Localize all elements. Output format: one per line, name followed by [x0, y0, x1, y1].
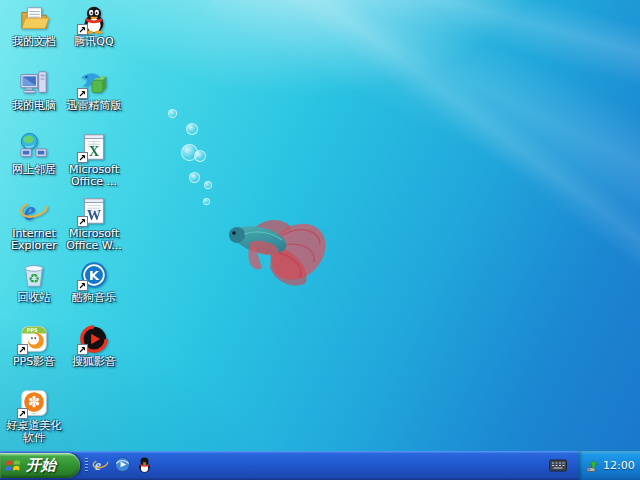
shortcut-arrow-icon [77, 24, 88, 35]
shortcut-arrow-icon [77, 88, 88, 99]
desktop-icon-label: Microsoft Office W... [63, 228, 125, 252]
shortcut-arrow-icon [17, 408, 28, 419]
desktop-icon-label: Microsoft Office ... [63, 164, 125, 188]
start-button[interactable]: 开始 [0, 453, 80, 478]
desktop-icon-my-documents[interactable]: 我的文档 [3, 4, 65, 68]
shortcut-arrow-icon [77, 344, 88, 355]
shortcut-arrow-icon [17, 344, 28, 355]
my-computer-icon [19, 68, 49, 98]
bubble [203, 198, 210, 205]
internet-explorer-icon: e [19, 196, 49, 226]
word-icon: W [79, 196, 109, 226]
desktop-icon-sohu-video[interactable]: 搜狐影音 [63, 324, 125, 388]
svg-text:W: W [87, 207, 101, 223]
svg-text:PPS: PPS [27, 327, 39, 333]
qq-icon [79, 4, 109, 34]
desktop-icon-label: Internet Explorer [3, 228, 65, 252]
svg-text:e: e [24, 197, 36, 226]
safely-remove-hardware-icon[interactable] [585, 459, 599, 473]
desktop-icon-label: 好桌道美化软件 [3, 420, 65, 444]
kugou-icon: K [79, 260, 109, 290]
system-tray: 12:00 [578, 451, 640, 480]
qq-quicklaunch-icon[interactable] [136, 456, 153, 473]
desktop-icon-label: 腾讯QQ [74, 36, 113, 48]
desktop-icon-column-2: 腾讯QQ迅雷精简版XMicrosoft Office ...WMicrosoft… [63, 4, 125, 388]
bubble [186, 123, 198, 135]
pps-icon: PPS [19, 324, 49, 354]
shortcut-arrow-icon [77, 216, 88, 227]
desktop-icon-thunder-lite[interactable]: 迅雷精简版 [63, 68, 125, 132]
bubble [189, 172, 200, 183]
bubble [194, 150, 206, 162]
tray-clock[interactable]: 12:00 [603, 459, 635, 472]
quick-launch-bar: e [92, 456, 153, 473]
desktop-icon-my-computer[interactable]: 我的电脑 [3, 68, 65, 132]
desktop-icon-label: 网上邻居 [12, 164, 56, 176]
keyboard-icon[interactable] [549, 459, 567, 472]
ie-quicklaunch-icon[interactable]: e [92, 456, 109, 473]
thunder-icon [79, 68, 109, 98]
desktop-icon-label: 我的电脑 [12, 100, 56, 112]
svg-text:✽: ✽ [28, 393, 41, 411]
desktop-icon-ms-office-word[interactable]: WMicrosoft Office W... [63, 196, 125, 260]
shortcut-arrow-icon [77, 152, 88, 163]
bubble [204, 181, 212, 189]
media-player-quicklaunch-icon[interactable] [114, 456, 131, 473]
bubble [168, 109, 177, 118]
desktop-icon-label: PPS影音 [13, 356, 55, 368]
start-button-label: 开始 [26, 456, 56, 475]
windows-flag-icon [5, 457, 22, 474]
desktop-icon-kugou-music[interactable]: K酷狗音乐 [63, 260, 125, 324]
haozhuodao-icon: ✽ [19, 388, 49, 418]
taskbar: 开始 e » 12:00 [0, 451, 640, 480]
desktop-icon-ms-office-excel[interactable]: XMicrosoft Office ... [63, 132, 125, 196]
desktop-icon-network-places[interactable]: 网上邻居 [3, 132, 65, 196]
recycle-bin-icon: ♻ [19, 260, 49, 290]
network-places-icon [19, 132, 49, 162]
svg-text:X: X [89, 143, 99, 159]
sohu-icon [79, 324, 109, 354]
desktop-icon-column-1: 我的文档我的电脑网上邻居eInternet Explorer♻回收站PPSPPS… [3, 4, 65, 452]
svg-text:♻: ♻ [28, 271, 40, 286]
betta-fish-wallpaper [222, 188, 340, 296]
quick-launch-handle[interactable] [85, 458, 88, 473]
excel-icon: X [79, 132, 109, 162]
my-documents-icon [19, 4, 49, 34]
desktop-icon-label: 搜狐影音 [72, 356, 116, 368]
shortcut-arrow-icon [77, 280, 88, 291]
desktop-icon-label: 迅雷精简版 [67, 100, 122, 112]
desktop-icon-tencent-qq[interactable]: 腾讯QQ [63, 4, 125, 68]
svg-text:K: K [89, 268, 100, 283]
desktop-icon-haozhuodao[interactable]: ✽好桌道美化软件 [3, 388, 65, 452]
desktop[interactable]: 我的文档我的电脑网上邻居eInternet Explorer♻回收站PPSPPS… [0, 0, 640, 480]
svg-text:e: e [95, 457, 101, 473]
desktop-icon-label: 回收站 [18, 292, 51, 304]
desktop-icon-pps[interactable]: PPSPPS影音 [3, 324, 65, 388]
desktop-icon-recycle-bin[interactable]: ♻回收站 [3, 260, 65, 324]
desktop-icon-internet-explorer[interactable]: eInternet Explorer [3, 196, 65, 260]
desktop-icon-label: 我的文档 [12, 36, 56, 48]
desktop-icon-label: 酷狗音乐 [72, 292, 116, 304]
